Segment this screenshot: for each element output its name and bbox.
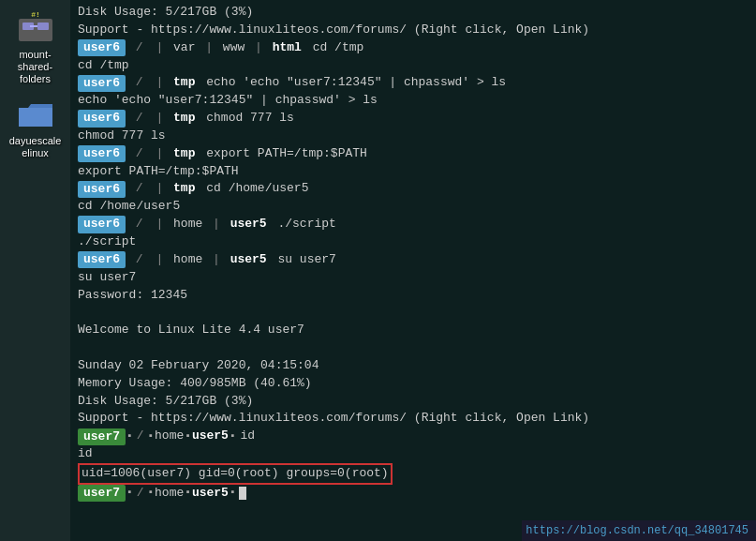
terminal-prompt-line: user6 / | var | www | html cd /tmp bbox=[78, 39, 749, 57]
desktop-icon-mount-shared-folders[interactable]: #! mount-shared-folders bbox=[3, 9, 68, 86]
footer-bar: https://blog.csdn.net/qq_34801745 bbox=[522, 520, 756, 541]
user-badge: user6 bbox=[78, 251, 126, 268]
terminal-line: Welcome to Linux Lite 4.4 user7 bbox=[78, 322, 749, 339]
svg-text:#!: #! bbox=[31, 11, 40, 19]
dayuescale-elinux-icon bbox=[17, 96, 54, 133]
terminal-line: cd /tmp bbox=[78, 57, 749, 75]
terminal-prompt-line: user6 / | tmp cd /home/user5 bbox=[78, 180, 749, 198]
user-badge: user6 bbox=[78, 181, 126, 198]
terminal-prompt-line: user6 / | tmp echo 'echo "user7:12345" |… bbox=[78, 74, 749, 92]
uid-output: uid=1006(user7) gid=0(root) groups=0(roo… bbox=[78, 463, 393, 485]
mount-shared-folders-label: mount-shared-folders bbox=[3, 49, 68, 86]
terminal-prompt-line: user6 / | home | user5 su user7 bbox=[78, 251, 749, 269]
user-badge: user7 bbox=[78, 485, 126, 502]
terminal-line: Support - https://www.linuxliteos.com/fo… bbox=[78, 410, 749, 428]
user-badge: user6 bbox=[78, 75, 126, 92]
terminal-prompt-line: user6 / | tmp export PATH=/tmp:$PATH bbox=[78, 145, 749, 163]
terminal-line: chmod 777 ls bbox=[78, 128, 749, 145]
csdn-link[interactable]: https://blog.csdn.net/qq_34801745 bbox=[526, 524, 749, 537]
terminal-line: cd /home/user5 bbox=[78, 198, 749, 216]
user-badge: user6 bbox=[78, 145, 126, 162]
terminal-prompt-line: user6 / | tmp chmod 777 ls bbox=[78, 110, 749, 128]
terminal-line: Disk Usage: 5/217GB (3%) bbox=[78, 4, 749, 22]
terminal-line: echo 'echo "user7:12345" | chpasswd' > l… bbox=[78, 92, 749, 110]
terminal-line: id bbox=[78, 445, 749, 463]
terminal-line: su user7 bbox=[78, 269, 749, 287]
user-badge: user6 bbox=[78, 216, 126, 233]
terminal-prompt-line-final: user7 ▪ / ▪ home ▪ user5 ▪ bbox=[78, 485, 749, 503]
terminal-line: Support - https://www.linuxliteos.com/fo… bbox=[78, 22, 749, 39]
user-badge: user7 bbox=[78, 428, 126, 445]
terminal-line: Memory Usage: 400/985MB (40.61%) bbox=[78, 375, 749, 393]
terminal-content: Disk Usage: 5/217GB (3%) Support - https… bbox=[70, 0, 756, 506]
terminal-blank-line bbox=[78, 339, 749, 357]
terminal-line: Disk Usage: 5/217GB (3%) bbox=[78, 393, 749, 411]
user-badge: user6 bbox=[78, 110, 126, 127]
svg-rect-2 bbox=[37, 23, 49, 30]
desktop-icon-dayuescale-elinux[interactable]: dayuescaleelinux bbox=[3, 96, 68, 159]
dayuescale-elinux-label: dayuescaleelinux bbox=[9, 135, 62, 159]
user-badge: user6 bbox=[78, 39, 126, 56]
terminal-window: Disk Usage: 5/217GB (3%) Support - https… bbox=[70, 0, 756, 541]
terminal-blank-line bbox=[78, 304, 749, 322]
terminal-highlighted-line: uid=1006(user7) gid=0(root) groups=0(roo… bbox=[78, 463, 749, 485]
desktop-icons: #! mount-shared-folders dayuescaleelinux bbox=[0, 0, 70, 541]
terminal-line: Sunday 02 February 2020, 04:15:04 bbox=[78, 357, 749, 375]
terminal-line: Password: 12345 bbox=[78, 287, 749, 305]
terminal-prompt-line: user7 ▪ / ▪ home ▪ user5 ▪ id bbox=[78, 428, 749, 445]
mount-shared-folders-icon: #! bbox=[17, 9, 54, 47]
terminal-line: ./script bbox=[78, 233, 749, 251]
terminal-prompt-line: user6 / | home | user5 ./script bbox=[78, 216, 749, 233]
terminal-cursor bbox=[239, 487, 246, 500]
terminal-line: export PATH=/tmp:$PATH bbox=[78, 163, 749, 181]
